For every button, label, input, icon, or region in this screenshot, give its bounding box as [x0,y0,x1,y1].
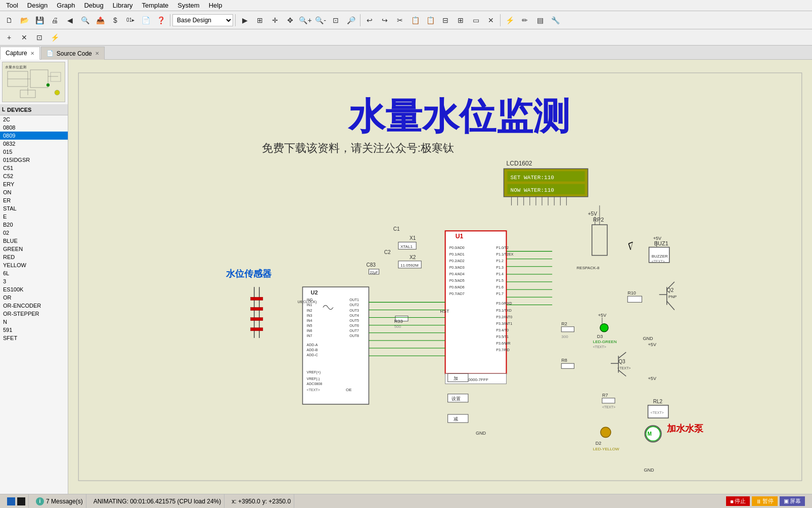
tab-capture-close[interactable]: ✕ [30,51,34,56]
menu-tool[interactable]: Tool [2,1,22,10]
svg-text:D2: D2 [596,441,602,446]
dollar-button[interactable]: $ [108,13,122,27]
add-button[interactable]: + [2,30,16,45]
device-item[interactable]: ERY [0,180,68,188]
svg-text:+5V: +5V [648,342,656,347]
device-item[interactable]: 02 [0,229,68,237]
schematic-thumbnail[interactable]: 水量水位监测 [2,62,65,102]
move-button[interactable]: ✥ [283,13,297,27]
undo-button[interactable]: ↩ [363,13,377,27]
svg-text:OUT8: OUT8 [349,334,359,337]
x-button[interactable]: ✕ [484,13,498,27]
align-h-button[interactable]: ⊟ [438,13,453,27]
svg-text:P3.1/TXD: P3.1/TXD [496,309,512,312]
flash-button[interactable]: ⚡ [48,30,62,45]
redo-button[interactable]: ↪ [378,13,392,27]
device-item[interactable]: STAL [0,204,68,213]
device-item[interactable]: YELLOW [0,261,68,269]
remove-button[interactable]: ✕ [17,30,31,45]
svg-text:RESPACK-8: RESPACK-8 [577,266,600,270]
magnify-button[interactable]: 🔎 [344,13,358,27]
device-item[interactable]: C52 [0,172,68,180]
zoom-fit2-button[interactable]: ⊡ [329,13,343,27]
device-item-selected[interactable]: 0809 [0,132,68,140]
device-item[interactable]: 015 [0,148,68,156]
align-v-button[interactable]: ⊞ [454,13,468,27]
document-button[interactable]: 📄 [139,13,153,27]
svg-text:P3.2/INT0: P3.2/INT0 [496,315,512,319]
rect-button[interactable]: ▭ [469,13,483,27]
zoom-fit-button[interactable]: 🔍 [78,13,92,27]
back-button[interactable]: ◀ [63,13,77,27]
svg-text:减: 减 [454,416,458,421]
device-list[interactable]: 2C 0808 0809 0832 015 015IDGSR C51 C52 E… [0,115,68,494]
device-item[interactable]: C51 [0,164,68,172]
design-dropdown[interactable]: Base Design [172,14,233,26]
device-item[interactable]: BLUE [0,237,68,245]
export-button[interactable]: 📤 [93,13,107,27]
svg-text:IN4: IN4 [307,319,312,322]
device-item[interactable]: ER [0,196,68,204]
svg-text:IN5: IN5 [307,324,312,327]
device-item[interactable]: OR-ENCODER [0,302,68,310]
tab-capture[interactable]: Capture ✕ [0,47,40,60]
zoom-in-button[interactable]: 🔍+ [298,13,312,27]
menu-system[interactable]: System [173,1,203,10]
zoom-out-button[interactable]: 🔍- [313,13,328,27]
svg-text:ADC0808: ADC0808 [307,382,323,386]
device-item[interactable]: ON [0,188,68,196]
svg-text:P1.7: P1.7 [496,292,504,295]
print-button[interactable]: 🖨 [48,13,62,27]
copy-button[interactable]: 📋 [408,13,422,27]
device-item[interactable]: SFET [0,334,68,342]
separator-2 [235,14,236,26]
device-item[interactable]: RED [0,253,68,261]
help-button[interactable]: ❓ [154,13,168,27]
device-item[interactable]: 0808 [0,123,68,132]
open-button[interactable]: 📂 [17,13,31,27]
pause-button[interactable]: ⏸ 暂停 [752,496,778,506]
menu-help[interactable]: Help [205,1,227,10]
screen-button[interactable]: ▣ 屏幕 [780,496,805,506]
probe-button[interactable]: ⚡ [503,13,517,27]
crosshair-button[interactable]: ✛ [268,13,282,27]
messages-text: 7 Message(s) [46,498,83,505]
device-item[interactable]: N [0,318,68,326]
device-item[interactable]: OR [0,293,68,302]
save-button[interactable]: 💾 [32,13,47,27]
device-item[interactable]: OR-STEPPER [0,310,68,318]
svg-text:水位传感器: 水位传感器 [225,269,272,279]
device-item[interactable]: 591 [0,326,68,334]
tab-source-code-close[interactable]: ✕ [95,51,99,56]
tools-button[interactable]: 🔧 [548,13,562,27]
device-item[interactable]: 2C [0,115,68,123]
grid-button[interactable]: ⊞ [253,13,267,27]
schematic-canvas[interactable]: 水量水位监测 免费下载该资料，请关注公众号:极寒钛 LCD1602 SET WA… [68,60,812,494]
run-button[interactable]: ▶ [238,13,252,27]
paste-button[interactable]: 📋 [423,13,437,27]
stop-button[interactable]: ■ 停止 [726,496,750,506]
menu-template[interactable]: Template [138,1,173,10]
tab-source-code[interactable]: 📄 Source Code ✕ [41,47,105,60]
device-item[interactable]: E [0,213,68,221]
device-item[interactable]: 6L [0,269,68,277]
status-messages[interactable]: i 7 Message(s) [33,494,86,508]
device-item[interactable]: 0832 [0,140,68,148]
device-item[interactable]: 3 [0,277,68,285]
svg-text:Q3: Q3 [618,359,625,364]
resize-button[interactable]: ⊡ [32,30,47,45]
cut-button[interactable]: ✂ [393,13,407,27]
new-button[interactable]: 🗋 [2,13,16,27]
schematic-svg: 水量水位监测 免费下载该资料，请关注公众号:极寒钛 LCD1602 SET WA… [68,60,812,494]
device-item[interactable]: B20 [0,221,68,229]
device-item[interactable]: 015IDGSR [0,156,68,164]
io-button[interactable]: 01▸ [123,13,138,27]
menu-debug[interactable]: Debug [80,1,107,10]
wire-button[interactable]: ✏ [518,13,532,27]
menu-library[interactable]: Library [109,1,137,10]
bus-button[interactable]: ▤ [533,13,547,27]
menu-design[interactable]: Design [23,1,52,10]
device-item[interactable]: GREEN [0,245,68,253]
device-item[interactable]: ES100K [0,285,68,293]
menu-graph[interactable]: Graph [53,1,79,10]
